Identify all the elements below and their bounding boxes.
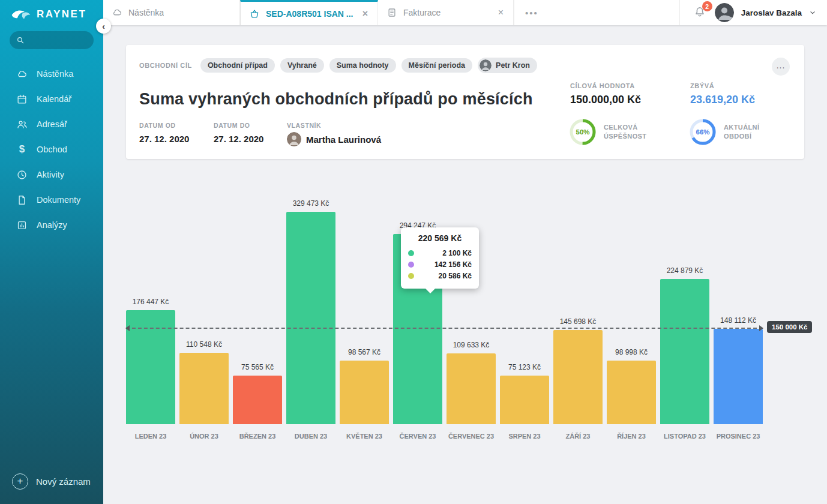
gauge-percent: 50% — [569, 118, 597, 146]
sidebar-item-aktivity[interactable]: Aktivity — [0, 162, 103, 187]
bar-září-23[interactable] — [553, 330, 603, 424]
sidebar-collapse-button[interactable]: ‹ — [96, 19, 111, 34]
tooltip-series-row: 2 100 Kč — [408, 249, 472, 257]
tag-mesicni-perioda[interactable]: Měsíční perioda — [401, 58, 472, 73]
bar-column: 75 565 Kč — [233, 363, 282, 424]
notifications-button[interactable]: 2 — [693, 5, 708, 20]
bar-value-label: 98 567 Kč — [348, 348, 380, 356]
tab-label: Nástěnka — [128, 8, 164, 17]
chart-tooltip: 220 569 Kč 2 100 Kč142 156 Kč20 586 Kč — [401, 227, 479, 289]
more-tabs-button[interactable]: ••• — [514, 0, 549, 25]
tooltip-series-row: 20 586 Kč — [408, 272, 472, 280]
bar-value-label: 75 565 Kč — [241, 363, 274, 371]
gauge-total-success: 50% CELKOVÁ ÚSPĚŠNOST — [569, 118, 654, 146]
tooltip-total: 220 569 Kč — [408, 233, 472, 243]
search-input[interactable] — [25, 35, 88, 46]
sidebar: RAYNET ‹ Nástěnka — [0, 0, 103, 504]
tab-nastenka[interactable]: Nástěnka — [103, 0, 240, 25]
stat-remaining: ZBÝVÁ 23.619,20 Kč — [690, 82, 755, 106]
sidebar-item-obchod[interactable]: $ Obchod — [0, 137, 103, 162]
bar-prosinec-23[interactable] — [714, 329, 763, 424]
bar-value-label: 176 447 Kč — [133, 298, 169, 306]
topbar-right: 2 Jaroslav Bazala — [679, 0, 827, 25]
ellipsis-icon: ... — [777, 61, 786, 70]
gauge-percent: 66% — [689, 118, 717, 146]
tab-sed-a08r501[interactable]: SED-A08R501 ISAN ... × — [240, 0, 378, 25]
brand-name: RAYNET — [37, 8, 86, 20]
bar-column: 98 998 Kč — [607, 348, 656, 424]
calendar-icon — [16, 94, 28, 105]
close-icon[interactable]: × — [497, 7, 505, 18]
x-axis-label: DUBEN 23 — [284, 433, 338, 440]
x-axis-label: ČERVENEC 23 — [445, 433, 498, 440]
sidebar-search[interactable] — [10, 31, 94, 49]
raynet-app: RAYNET ‹ Nástěnka — [0, 0, 827, 504]
tag-suma-hodnoty[interactable]: Suma hodnoty — [329, 58, 396, 73]
sidebar-item-label: Analýzy — [37, 220, 67, 230]
sidebar-item-dokumenty[interactable]: Dokumenty — [0, 187, 103, 212]
gauge-label: CELKOVÁ ÚSPĚŠNOST — [604, 123, 654, 141]
bar-srpen-23[interactable] — [500, 376, 549, 424]
donut-gauge: 50% — [569, 118, 597, 146]
tags-row: OBCHODNÍ CÍL Obchodní případ Vyhrané Sum… — [139, 58, 537, 73]
field-label: DATUM DO — [214, 122, 263, 129]
tooltip-series-value: 142 156 Kč — [414, 260, 472, 269]
field-label: VLASTNÍK — [287, 122, 381, 129]
bar-column: 110 548 Kč — [179, 340, 229, 424]
gauge-label: AKTUÁLNÍ OBDOBÍ — [724, 123, 774, 141]
bar-březen-23[interactable] — [233, 376, 282, 424]
user-name[interactable]: Jaroslav Bazala — [741, 8, 802, 17]
sidebar-item-kalendar[interactable]: Kalendář — [0, 86, 103, 112]
chart-plot-area: 150 000 Kč 220 569 Kč 2 100 Kč142 156 Kč… — [126, 211, 763, 424]
owner-tag-name: Petr Kron — [496, 61, 530, 70]
owner-name[interactable]: Martha Laurinová — [306, 134, 381, 145]
sidebar-item-label: Obchod — [37, 145, 67, 154]
bar-listopad-23[interactable] — [660, 279, 709, 424]
donut-gauge: 66% — [689, 118, 717, 146]
bar-květen-23[interactable] — [340, 361, 389, 424]
bar-value-label: 145 698 Kč — [560, 317, 597, 326]
x-axis-label: ČERVEN 23 — [391, 433, 445, 440]
sidebar-item-label: Dokumenty — [37, 195, 80, 205]
bar-column: 329 473 Kč — [286, 199, 335, 424]
document-icon — [16, 194, 28, 206]
bar-únor-23[interactable] — [179, 353, 229, 424]
field-datum-do: DATUM DO 27. 12. 2020 — [214, 122, 263, 144]
tag-vyhrane[interactable]: Vyhrané — [280, 58, 324, 73]
tag-obchodni-pripad[interactable]: Obchodní případ — [200, 58, 275, 73]
bar-duben-23[interactable] — [286, 212, 335, 424]
tab-label: Fakturace — [403, 8, 441, 17]
bar-value-label: 329 473 Kč — [293, 199, 329, 208]
bar-column: 109 633 Kč — [447, 341, 496, 424]
stat-value: 23.619,20 Kč — [690, 94, 755, 106]
stat-label: ZBÝVÁ — [690, 82, 755, 89]
x-axis-label: LEDEN 23 — [124, 433, 178, 440]
field-vlastnik: VLASTNÍK Martha Laurinová — [287, 122, 381, 146]
sidebar-item-adresar[interactable]: Adresář — [0, 112, 103, 137]
field-datum-od: DATUM OD 27. 12. 2020 — [139, 122, 189, 144]
tooltip-series-value: 20 586 Kč — [414, 272, 472, 280]
tag-owner[interactable]: Petr Kron — [478, 58, 537, 73]
chevron-down-icon[interactable] — [809, 9, 816, 16]
x-axis-label: SRPEN 23 — [498, 433, 552, 440]
brand-logo[interactable]: RAYNET — [0, 0, 103, 21]
close-icon[interactable]: × — [361, 8, 369, 19]
bar-column: 148 112 Kč — [714, 316, 763, 424]
tooltip-series-row: 142 156 Kč — [408, 260, 472, 269]
analytics-icon — [16, 220, 28, 231]
owner-tag-avatar — [480, 59, 492, 71]
field-label: DATUM OD — [139, 122, 189, 129]
bar-column: 145 698 Kč — [553, 317, 603, 424]
series-dot-icon — [408, 273, 414, 279]
x-axis-label: ŘÍJEN 23 — [605, 433, 658, 440]
bar-červenec-23[interactable] — [447, 353, 496, 424]
user-avatar[interactable] — [715, 3, 734, 22]
sidebar-item-analyzy[interactable]: Analýzy — [0, 212, 103, 238]
sidebar-item-nastenka[interactable]: Nástěnka — [0, 61, 103, 86]
tab-fakturace[interactable]: Fakturace × — [378, 0, 514, 25]
field-value: 27. 12. 2020 — [214, 134, 263, 144]
monthly-bar-chart: 150 000 Kč 220 569 Kč 2 100 Kč142 156 Kč… — [126, 198, 810, 456]
card-more-button[interactable]: ... — [772, 58, 790, 76]
bar-říjen-23[interactable] — [607, 361, 656, 424]
new-record-button[interactable]: + Nový záznam — [0, 467, 103, 496]
